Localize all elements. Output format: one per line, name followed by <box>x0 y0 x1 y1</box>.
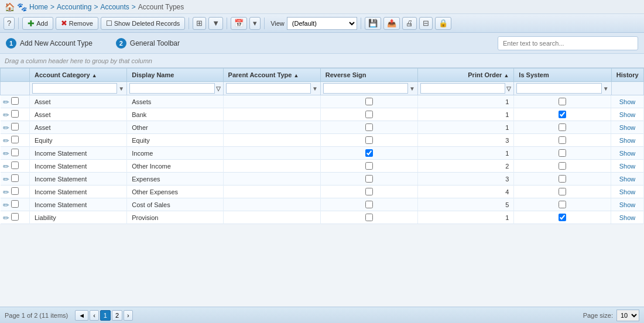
page-prev-button[interactable]: ‹ <box>90 310 99 321</box>
is-system-checkbox[interactable] <box>559 175 566 183</box>
reverse-sign-checkbox[interactable] <box>365 98 373 105</box>
row-select-checkbox[interactable] <box>11 136 19 143</box>
edit-icon[interactable]: ✏ <box>3 149 9 158</box>
row-select-checkbox[interactable] <box>11 213 19 221</box>
filter-print-order-input[interactable] <box>420 83 505 94</box>
reverse-sign-checkbox[interactable] <box>365 214 373 221</box>
search-input[interactable] <box>498 36 638 50</box>
history-show-link[interactable]: Show <box>619 111 636 118</box>
edit-icon[interactable]: ✏ <box>3 162 9 171</box>
filter-is-system-input[interactable] <box>516 83 601 94</box>
col-history[interactable]: History <box>611 68 643 82</box>
page-first-button[interactable]: ◄ <box>75 310 88 321</box>
row-select-checkbox[interactable] <box>11 162 19 169</box>
reverse-sign-checkbox[interactable] <box>365 111 373 118</box>
filter-print-order-icon[interactable]: ▽ <box>506 85 511 92</box>
history-show-link[interactable]: Show <box>619 150 636 157</box>
page-2-button[interactable]: 2 <box>112 310 122 321</box>
breadcrumb-accounts[interactable]: Accounts <box>100 3 129 11</box>
col-actions <box>1 68 30 82</box>
row-select-checkbox[interactable] <box>11 187 19 195</box>
row-select-checkbox[interactable] <box>11 200 19 208</box>
reverse-sign-checkbox[interactable] <box>365 175 373 183</box>
filter-account-category-input[interactable] <box>32 83 117 94</box>
edit-icon[interactable]: ✏ <box>3 136 9 145</box>
edit-icon[interactable]: ✏ <box>3 98 9 106</box>
calendar-button[interactable]: 📅 <box>231 17 247 30</box>
lock-button[interactable]: 🔒 <box>435 17 451 30</box>
col-account-category[interactable]: Account Category <box>30 68 127 82</box>
reverse-sign-checkbox[interactable] <box>365 136 373 144</box>
is-system-checkbox[interactable] <box>559 111 566 118</box>
filter-button[interactable]: ▼ <box>208 17 223 30</box>
dropdown-btn[interactable]: ▾ <box>249 17 261 30</box>
row-select-checkbox[interactable] <box>11 149 19 156</box>
history-show-link[interactable]: Show <box>619 124 636 131</box>
history-show-link[interactable]: Show <box>619 163 636 170</box>
filter-parent-account-type-icon[interactable]: ▼ <box>312 85 318 92</box>
page-1-button[interactable]: 1 <box>100 310 111 321</box>
columns-button[interactable]: ⊟ <box>419 17 433 30</box>
history-show-link[interactable]: Show <box>619 214 636 221</box>
is-system-checkbox[interactable] <box>559 188 566 195</box>
annotation-1: 1 Add New Account Type <box>6 38 93 49</box>
is-system-checkbox[interactable] <box>559 149 566 157</box>
show-deleted-button[interactable]: ☐ Show Deleted Records <box>101 17 186 30</box>
row-select-checkbox[interactable] <box>11 110 19 118</box>
breadcrumb-accounting[interactable]: Accounting <box>57 3 91 11</box>
page-size-select[interactable]: 10 <box>616 310 639 321</box>
reverse-sign-checkbox[interactable] <box>365 123 373 131</box>
col-is-system[interactable]: Is System <box>514 68 611 82</box>
history-show-link[interactable]: Show <box>619 176 636 183</box>
is-system-checkbox[interactable] <box>559 98 566 105</box>
filter-is-system-icon[interactable]: ▼ <box>603 85 609 92</box>
reverse-sign-checkbox[interactable] <box>365 201 373 208</box>
history-show-link[interactable]: Show <box>619 98 636 105</box>
export-button[interactable]: 📤 <box>383 17 400 30</box>
col-parent-account-type[interactable]: Parent Account Type <box>223 68 320 82</box>
edit-icon[interactable]: ✏ <box>3 214 9 222</box>
row-select-checkbox[interactable] <box>11 174 19 182</box>
filter-account-category-icon[interactable]: ▼ <box>118 85 124 92</box>
edit-icon[interactable]: ✏ <box>3 175 9 184</box>
print-order-cell: 1 <box>418 108 514 121</box>
edit-icon[interactable]: ✏ <box>3 111 9 119</box>
reverse-sign-checkbox[interactable] <box>365 149 373 157</box>
filter-reverse-sign-icon[interactable]: ▼ <box>409 85 415 92</box>
col-display-name[interactable]: Display Name <box>127 68 223 82</box>
history-show-link[interactable]: Show <box>619 188 636 195</box>
reverse-sign-checkbox[interactable] <box>365 188 373 195</box>
is-system-checkbox[interactable] <box>559 136 566 144</box>
edit-icon[interactable]: ✏ <box>3 188 9 197</box>
filter-display-name-input[interactable] <box>129 83 214 94</box>
history-show-link[interactable]: Show <box>619 201 636 208</box>
is-system-checkbox[interactable] <box>559 201 566 208</box>
reverse-sign-checkbox[interactable] <box>365 162 373 170</box>
add-button[interactable]: ✚ Add <box>22 17 53 30</box>
view-select[interactable]: (Default) <box>287 17 357 30</box>
is-system-checkbox[interactable] <box>559 162 566 170</box>
parent-account-type-cell <box>223 173 320 185</box>
filter-reverse-sign-input[interactable] <box>323 83 408 94</box>
filter-parent-account-type-input[interactable] <box>226 83 311 94</box>
is-system-checkbox[interactable] <box>559 214 566 221</box>
history-cell: Show <box>611 121 643 134</box>
print-button[interactable]: 🖨 <box>402 17 417 30</box>
save-button[interactable]: 💾 <box>365 17 381 30</box>
print-order-cell: 1 <box>418 211 514 224</box>
breadcrumb-home[interactable]: Home <box>29 3 48 11</box>
grid-view-button[interactable]: ⊞ <box>193 17 206 30</box>
help-button[interactable]: ? <box>4 17 15 30</box>
history-show-link[interactable]: Show <box>619 137 636 144</box>
is-system-checkbox[interactable] <box>559 123 566 131</box>
page-next-button[interactable]: › <box>124 310 133 321</box>
col-reverse-sign[interactable]: Reverse Sign <box>320 68 417 82</box>
remove-button[interactable]: ✖ Remove <box>56 17 98 30</box>
edit-icon[interactable]: ✏ <box>3 123 9 132</box>
toolbar-separator-5 <box>361 18 361 29</box>
filter-display-name-icon[interactable]: ▽ <box>216 85 221 92</box>
row-select-checkbox[interactable] <box>11 97 19 105</box>
row-select-checkbox[interactable] <box>11 123 19 130</box>
edit-icon[interactable]: ✏ <box>3 201 9 209</box>
col-print-order[interactable]: Print Order <box>418 68 514 82</box>
